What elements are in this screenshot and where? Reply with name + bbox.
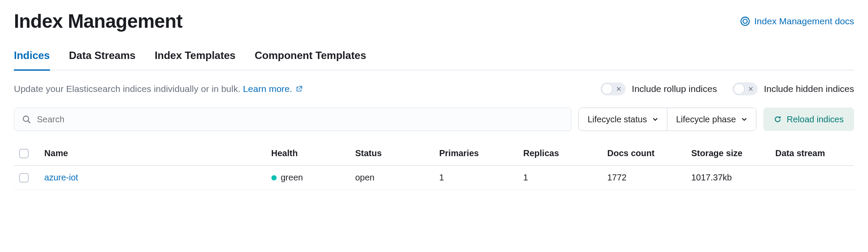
tab-data-streams[interactable]: Data Streams xyxy=(69,46,135,71)
column-header-docs-count[interactable]: Docs count xyxy=(602,141,686,166)
cell-primaries: 1 xyxy=(434,166,518,190)
tab-indices[interactable]: Indices xyxy=(14,46,50,71)
index-name-link[interactable]: azure-iot xyxy=(44,173,78,182)
learn-more-label: Learn more. xyxy=(243,84,292,94)
cell-docs-count: 1772 xyxy=(602,166,686,190)
header-checkbox-cell xyxy=(14,141,39,166)
column-header-storage-size[interactable]: Storage size xyxy=(686,141,770,166)
select-all-checkbox[interactable] xyxy=(19,149,29,158)
switch-thumb xyxy=(601,83,613,95)
close-icon xyxy=(748,85,753,93)
reload-indices-label: Reload indices xyxy=(787,115,844,124)
close-icon xyxy=(616,85,621,93)
external-link-icon xyxy=(296,85,303,92)
health-text: green xyxy=(281,173,303,183)
column-header-replicas[interactable]: Replicas xyxy=(518,141,602,166)
filter-group: Lifecycle status Lifecycle phase xyxy=(578,108,756,131)
description-body: Update your Elasticsearch indices indivi… xyxy=(14,84,243,94)
column-header-primaries[interactable]: Primaries xyxy=(434,141,518,166)
svg-point-2 xyxy=(23,116,29,122)
cell-replicas: 1 xyxy=(518,166,602,190)
docs-link[interactable]: Index Management docs xyxy=(740,16,854,26)
cell-storage-size: 1017.37kb xyxy=(686,166,770,190)
page-title: Index Management xyxy=(14,10,182,32)
filter-lifecycle-status-label: Lifecycle status xyxy=(587,115,647,124)
chevron-down-icon xyxy=(741,116,747,122)
column-header-health[interactable]: Health xyxy=(266,141,350,166)
tab-component-templates[interactable]: Component Templates xyxy=(254,46,366,71)
cell-health: green xyxy=(266,166,350,190)
learn-more-link[interactable]: Learn more. xyxy=(243,84,303,94)
filter-lifecycle-phase-label: Lifecycle phase xyxy=(676,115,736,124)
column-header-status[interactable]: Status xyxy=(350,141,434,166)
chevron-down-icon xyxy=(652,116,658,122)
cell-name: azure-iot xyxy=(39,166,266,190)
switch-thumb xyxy=(733,83,745,95)
cell-data-stream xyxy=(770,166,855,190)
cell-status: open xyxy=(350,166,434,190)
indices-table: Name Health Status Primaries Replicas Do… xyxy=(14,141,854,190)
reload-indices-button[interactable]: Reload indices xyxy=(763,108,854,131)
help-icon xyxy=(740,16,750,26)
toggle-rollup-indices[interactable] xyxy=(601,82,626,95)
tab-index-templates[interactable]: Index Templates xyxy=(155,46,235,71)
table-row: azure-iot green open 1 1 1772 1017.37kb xyxy=(14,166,854,190)
svg-point-1 xyxy=(743,19,747,23)
docs-link-label: Index Management docs xyxy=(754,16,854,26)
svg-point-0 xyxy=(741,17,749,25)
toggle-hidden-indices[interactable] xyxy=(733,82,758,95)
row-checkbox-cell xyxy=(14,166,39,190)
description-text: Update your Elasticsearch indices indivi… xyxy=(14,84,303,94)
toggle-hidden-label: Include hidden indices xyxy=(764,84,854,94)
health-dot-icon xyxy=(271,175,277,180)
search-input[interactable] xyxy=(37,115,563,124)
filter-lifecycle-status[interactable]: Lifecycle status xyxy=(579,108,667,131)
search-box[interactable] xyxy=(14,108,571,131)
row-checkbox[interactable] xyxy=(19,173,29,183)
refresh-icon xyxy=(774,115,782,123)
column-header-data-stream[interactable]: Data stream xyxy=(770,141,855,166)
tabs: Indices Data Streams Index Templates Com… xyxy=(14,46,854,70)
search-icon xyxy=(22,115,31,124)
filter-lifecycle-phase[interactable]: Lifecycle phase xyxy=(667,108,756,131)
column-header-name[interactable]: Name xyxy=(39,141,266,166)
toggle-rollup-label: Include rollup indices xyxy=(632,84,717,94)
